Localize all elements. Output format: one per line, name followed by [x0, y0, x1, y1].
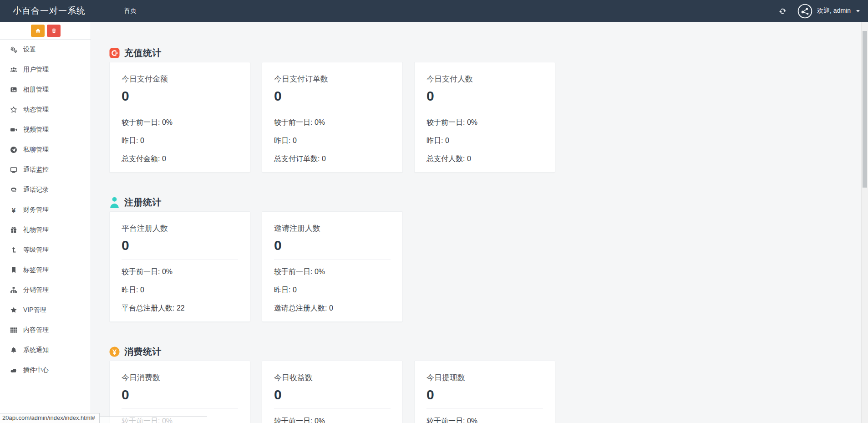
- divider: [122, 259, 238, 260]
- section-consume: 消费统计 今日消费数 0 较于前一日: 0% 今日收益数 0 较于前一日: 0%…: [109, 346, 861, 423]
- sidebar-menu: 设置 用户管理 相册管理 动态管理 视频管理 私聊管理 通话监控 通话记录 ¥ …: [0, 40, 91, 380]
- chevron-right-icon: [79, 107, 83, 112]
- stat-row: 总支付金额: 0: [122, 153, 238, 165]
- tab-toolbar: [0, 22, 91, 40]
- sidebar-item-label: 内容管理: [23, 326, 79, 334]
- chevron-right-icon: [79, 228, 83, 232]
- register-stats-icon: [109, 196, 120, 208]
- sidebar-item-label: 相册管理: [23, 86, 79, 94]
- divider: [274, 259, 391, 260]
- recharge-stats-icon: [109, 47, 120, 59]
- sidebar-item-gift[interactable]: 礼物管理: [0, 220, 91, 240]
- stat-value: 0: [122, 237, 238, 254]
- sidebar-item-label: 标签管理: [23, 266, 79, 274]
- stat-row: 总支付人数: 0: [426, 153, 543, 165]
- sidebar-item-image[interactable]: 相册管理: [0, 80, 91, 100]
- section-title: 消费统计: [124, 346, 162, 358]
- scrollbar-thumb[interactable]: [863, 31, 867, 188]
- sidebar-item-label: 动态管理: [23, 106, 79, 114]
- stat-card: 今日收益数 0 较于前一日: 0%: [262, 361, 403, 423]
- bell-icon: [9, 347, 18, 354]
- stat-row: 总支付订单数: 0: [274, 153, 391, 165]
- chevron-right-icon: [79, 248, 83, 252]
- app-title: 小百合一对一系统: [13, 5, 86, 17]
- status-url-bubble: 20api.com/admin/index/index.html#: [0, 413, 100, 423]
- monitor-icon: [9, 166, 18, 174]
- sidebar-item-label: 分销管理: [23, 286, 79, 294]
- refresh-icon[interactable]: [777, 6, 787, 16]
- nav-item-home[interactable]: 首页: [116, 0, 145, 22]
- sidebar-item-star[interactable]: VIP管理: [0, 300, 91, 320]
- trash-icon: [51, 28, 57, 34]
- divider: [122, 110, 238, 110]
- stat-label: 今日支付金额: [122, 74, 238, 84]
- sidebar-item-yen[interactable]: ¥ 财务管理: [0, 200, 91, 220]
- sidebar-item-label: 视频管理: [23, 126, 79, 134]
- stat-row: 昨日: 0: [122, 284, 238, 296]
- cloud-icon: [9, 367, 18, 374]
- chevron-right-icon: [79, 208, 83, 212]
- chevron-right-icon: [79, 308, 83, 312]
- section-title: 充值统计: [124, 47, 162, 59]
- sidebar-item-sitemap[interactable]: 分销管理: [0, 280, 91, 300]
- sitemap-icon: [9, 286, 18, 294]
- stat-label: 平台注册人数: [122, 224, 238, 234]
- sidebar-item-label: 等级管理: [23, 246, 79, 254]
- divider: [426, 110, 543, 110]
- stat-card: 平台注册人数 0 较于前一日: 0%昨日: 0平台总注册人数: 22: [109, 211, 250, 322]
- stat-row: 较于前一日: 0%: [122, 266, 238, 278]
- stat-row: 较于前一日: 0%: [274, 266, 391, 278]
- sidebar-item-bell[interactable]: 系统通知: [0, 340, 91, 360]
- stat-row: 昨日: 0: [274, 284, 391, 296]
- stat-row: 较于前一日: 0%: [426, 117, 543, 128]
- topbar-right: 欢迎, admin: [777, 4, 860, 19]
- close-tabs-button[interactable]: [47, 25, 61, 37]
- divider: [274, 408, 391, 409]
- chevron-right-icon: [79, 328, 83, 332]
- stat-row: 平台总注册人数: 22: [122, 302, 238, 314]
- user-menu[interactable]: 欢迎, admin: [797, 4, 860, 19]
- sidebar-item-video[interactable]: 视频管理: [0, 120, 91, 140]
- sidebar-item-label: 私聊管理: [23, 146, 79, 154]
- chevron-right-icon: [79, 47, 83, 52]
- stat-row: 邀请总注册人数: 0: [274, 302, 391, 314]
- vertical-scrollbar[interactable]: [861, 22, 868, 423]
- stat-label: 今日支付订单数: [274, 74, 391, 84]
- paper-plane-circle-icon: [9, 146, 18, 154]
- stat-label: 邀请注册人数: [274, 224, 391, 234]
- sidebar-item-star-outline[interactable]: 动态管理: [0, 100, 91, 120]
- stat-row: 昨日: 0: [122, 135, 238, 147]
- stat-card: 今日支付金额 0 较于前一日: 0%昨日: 0总支付金额: 0: [109, 62, 250, 173]
- chevron-right-icon: [79, 348, 83, 352]
- level-up-icon: [9, 246, 18, 254]
- sidebar-item-cogs[interactable]: 设置: [0, 40, 91, 60]
- topbar: 小百合一对一系统 首页 欢迎, admin: [0, 0, 868, 22]
- sidebar-item-monitor[interactable]: 通话监控: [0, 160, 91, 180]
- home-tab-button[interactable]: [31, 25, 45, 37]
- sidebar-item-label: 礼物管理: [23, 226, 79, 234]
- stat-row: 昨日: 0: [274, 135, 391, 147]
- sidebar-item-grid[interactable]: 内容管理: [0, 320, 91, 340]
- section-title: 注册统计: [124, 196, 162, 209]
- users-icon: [9, 66, 18, 74]
- topbar-nav: 首页: [116, 0, 145, 22]
- consume-stats-icon: [109, 346, 120, 357]
- sidebar-item-phone-record[interactable]: 通话记录: [0, 180, 91, 200]
- sidebar-item-label: 财务管理: [23, 206, 79, 214]
- sidebar-item-paper-plane-circle[interactable]: 私聊管理: [0, 140, 91, 160]
- sidebar-item-cloud[interactable]: 插件中心: [0, 360, 91, 380]
- stat-card: 今日支付订单数 0 较于前一日: 0%昨日: 0总支付订单数: 0: [262, 62, 403, 173]
- video-icon: [9, 126, 18, 134]
- stat-value: 0: [274, 237, 391, 254]
- sidebar-item-label: 通话记录: [23, 186, 79, 194]
- sidebar-item-label: 插件中心: [23, 366, 79, 374]
- stat-value: 0: [274, 88, 391, 104]
- sidebar-item-users[interactable]: 用户管理: [0, 60, 91, 80]
- sidebar-item-level-up[interactable]: 等级管理: [0, 240, 91, 260]
- stat-value: 0: [122, 387, 238, 403]
- sidebar-item-bookmark[interactable]: 标签管理: [0, 260, 91, 280]
- sidebar-item-label: 系统通知: [23, 346, 79, 354]
- main-content: 充值统计 今日支付金额 0 较于前一日: 0%昨日: 0总支付金额: 0 今日支…: [91, 22, 861, 423]
- grid-icon: [9, 326, 18, 334]
- stat-row: 较于前一日: 0%: [426, 415, 543, 423]
